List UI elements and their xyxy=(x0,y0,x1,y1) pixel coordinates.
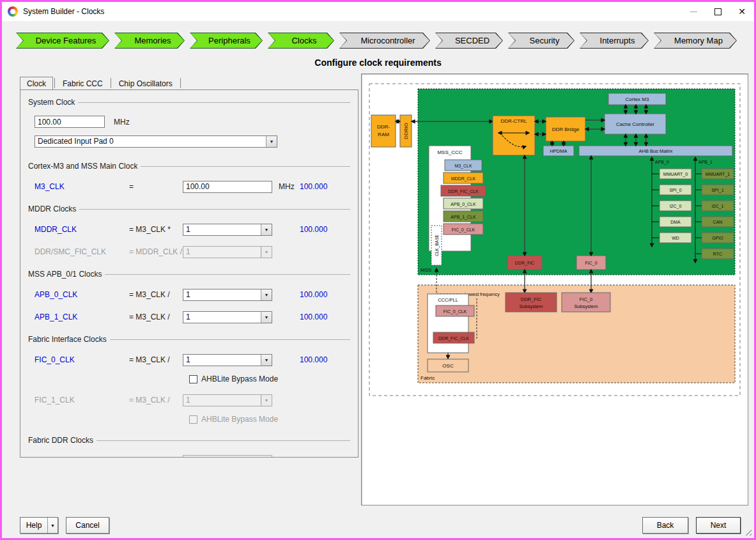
svg-text:DDR_FIC: DDR_FIC xyxy=(515,261,534,266)
group-main-clock: Cortex-M3 and MSS Main Clock xyxy=(28,162,350,171)
system-builder-window: System Builder - Clocks ✕ Device Feature… xyxy=(0,0,756,540)
wizard-step-interrupts[interactable]: Interrupts xyxy=(580,33,649,49)
cortex-m3-block: Cortex M3 xyxy=(608,93,666,105)
svg-text:FIC_0_CLK: FIC_0_CLK xyxy=(444,309,467,314)
row-mddr-clk: MDDR_CLK = M3_CLK * 1 ▼ 100.000 xyxy=(35,223,350,236)
chevron-down-icon: ▼ xyxy=(261,395,272,406)
wizard-step-security[interactable]: Security xyxy=(508,33,575,49)
minimize-button[interactable] xyxy=(681,2,706,21)
resize-grip[interactable] xyxy=(743,527,752,536)
clock-block-diagram: DDR- RAM DDRIO DDR-CTRL DDR Bridge xyxy=(367,82,744,401)
wizard-breadcrumb: Device Features Memories Peripherals Clo… xyxy=(16,33,737,49)
mddr-clk-divider-dropdown[interactable]: 1 ▼ xyxy=(183,224,272,236)
fic-0-ahblite-bypass-checkbox[interactable] xyxy=(189,375,197,383)
wizard-step-peripherals[interactable]: Peripherals xyxy=(190,33,263,49)
svg-text:DDR-CTRL: DDR-CTRL xyxy=(501,118,527,124)
svg-text:I2C_1: I2C_1 xyxy=(712,204,724,209)
svg-text:Cortex M3: Cortex M3 xyxy=(626,96,649,102)
svg-text:RTC: RTC xyxy=(713,252,722,256)
mddr-clk-frequency: 100.000 xyxy=(300,225,327,234)
row-fddr-clk: FDDR_CLK = MHz xyxy=(35,454,350,458)
svg-text:HPDMA: HPDMA xyxy=(550,148,567,154)
osc-block: OSC xyxy=(428,359,468,372)
help-button[interactable]: Help ▼ xyxy=(20,517,58,534)
chevron-down-icon: ▼ xyxy=(261,247,272,258)
svg-text:DDR_FIC: DDR_FIC xyxy=(521,297,542,302)
minimize-icon xyxy=(690,12,697,12)
group-apb-clocks: MSS APB_0/1 Clocks xyxy=(28,270,350,279)
window-title: System Builder - Clocks xyxy=(23,7,104,16)
svg-text:FIC_0: FIC_0 xyxy=(580,297,592,302)
fic-1-ahblite-bypass-checkbox xyxy=(189,415,197,424)
svg-text:CAN: CAN xyxy=(713,220,723,224)
m3-clk-input[interactable] xyxy=(183,181,272,193)
wizard-step-device-features[interactable]: Device Features xyxy=(16,33,109,49)
clk-base-block: CLK_BASE xyxy=(431,226,442,265)
svg-text:APB_1_CLK: APB_1_CLK xyxy=(451,215,476,220)
group-system-clock: System Clock xyxy=(28,98,350,107)
svg-text:I2C_0: I2C_0 xyxy=(670,204,682,209)
fic-1-clk-divider-dropdown: 1 ▼ xyxy=(183,394,272,406)
wizard-step-memories[interactable]: Memories xyxy=(114,33,185,49)
svg-text:MMUART_0: MMUART_0 xyxy=(663,172,688,177)
back-button[interactable]: Back xyxy=(642,517,688,534)
group-mddr-clocks: MDDR Clocks xyxy=(28,204,350,213)
svg-text:DMA: DMA xyxy=(670,220,681,224)
apb-0-clk-divider-dropdown[interactable]: 1 ▼ xyxy=(183,289,272,301)
svg-text:CCC/PLL: CCC/PLL xyxy=(438,297,458,303)
svg-text:CLK_BASE: CLK_BASE xyxy=(435,235,440,256)
svg-text:SPI_0: SPI_0 xyxy=(669,188,681,193)
m3-clk-frequency: 100.000 xyxy=(300,182,327,191)
svg-text:SPI_1: SPI_1 xyxy=(711,188,723,193)
page-title: Configure clock requirements xyxy=(2,58,754,68)
fic-0-ahblite-bypass-row: AHBLite Bypass Mode xyxy=(189,374,350,384)
svg-text:Cache Controller: Cache Controller xyxy=(616,121,654,127)
ahb-bus-matrix-block: AHB Bus Matrix xyxy=(579,146,732,156)
tab-chip-oscillators[interactable]: Chip Oscillators xyxy=(112,77,179,89)
clock-source-dropdown[interactable]: Dedicated Input Pad 0 ▼ xyxy=(35,135,277,148)
next-button[interactable]: Next xyxy=(696,517,741,534)
chevron-down-icon[interactable]: ▼ xyxy=(266,136,277,147)
tab-clock[interactable]: Clock xyxy=(20,77,53,89)
svg-text:MMUART_1: MMUART_1 xyxy=(706,172,730,177)
svg-text:Subsystem: Subsystem xyxy=(574,304,598,309)
tab-separator xyxy=(111,78,111,88)
wizard-step-secded[interactable]: SECDED xyxy=(435,33,503,49)
fic-0-block: FIC_0 xyxy=(576,256,606,270)
svg-text:M3_CLK: M3_CLK xyxy=(454,164,472,169)
maximize-button[interactable] xyxy=(706,2,730,21)
tab-separator xyxy=(180,78,181,88)
fic-0-clk-divider-dropdown[interactable]: 1 ▼ xyxy=(183,354,272,366)
svg-text:WD: WD xyxy=(672,236,679,240)
cache-controller-block: Cache Controller xyxy=(605,114,666,134)
row-apb-0-clk: APB_0_CLK = M3_CLK / 1 ▼ 100.000 xyxy=(35,288,350,301)
apb-1-clk-frequency: 100.000 xyxy=(300,312,327,321)
ddr-fic-block: DDR_FIC xyxy=(507,256,542,270)
close-button[interactable]: ✕ xyxy=(730,2,754,21)
svg-text:APB_1: APB_1 xyxy=(698,160,713,165)
svg-text:DDR_FIC_CLK: DDR_FIC_CLK xyxy=(438,336,469,341)
svg-text:Lowest frequency: Lowest frequency xyxy=(465,292,500,297)
apb-1-clk-divider-dropdown[interactable]: 1 ▼ xyxy=(183,311,272,323)
apb-0-clk-frequency: 100.000 xyxy=(300,290,327,299)
chevron-down-icon[interactable]: ▼ xyxy=(261,312,272,323)
wizard-step-microcontroller[interactable]: Microcontroller xyxy=(339,33,430,49)
tab-fabric-ccc[interactable]: Fabric CCC xyxy=(56,77,109,89)
cancel-button[interactable]: Cancel xyxy=(66,517,109,534)
wizard-step-memory-map[interactable]: Memory Map xyxy=(654,33,737,49)
system-clock-input[interactable] xyxy=(35,116,105,128)
chevron-down-icon[interactable]: ▼ xyxy=(261,289,272,300)
chevron-down-icon[interactable]: ▼ xyxy=(261,224,272,235)
svg-text:Subsystem: Subsystem xyxy=(519,304,543,309)
chevron-down-icon[interactable]: ▼ xyxy=(261,355,272,366)
clock-source-value: Dedicated Input Pad 0 xyxy=(35,136,266,147)
row-apb-1-clk: APB_1_CLK = M3_CLK / 1 ▼ 100.000 xyxy=(35,311,350,323)
svg-text:APB_0_CLK: APB_0_CLK xyxy=(451,202,476,207)
mss-region-label: MSS xyxy=(420,267,431,273)
maximize-icon xyxy=(714,8,721,15)
group-fabric-interface-clocks: Fabric Interface Clocks xyxy=(28,335,350,344)
svg-text:DDRIO: DDRIO xyxy=(403,123,409,139)
help-dropdown-arrow-icon[interactable]: ▼ xyxy=(47,518,58,533)
fabric-region-label: Fabric xyxy=(420,375,435,381)
wizard-step-clocks[interactable]: Clocks xyxy=(268,33,334,49)
